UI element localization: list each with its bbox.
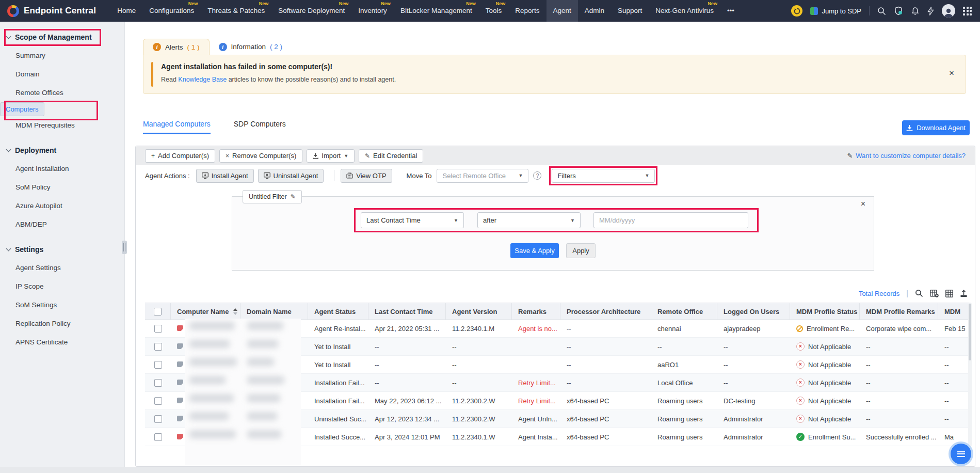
tab-managed-computers[interactable]: Managed Computers — [143, 120, 211, 134]
nav-item-[interactable]: ••• — [720, 0, 741, 22]
header-mdm-profile-remarks[interactable]: MDM Profile Remarks — [860, 303, 938, 320]
apply-button[interactable]: Apply — [566, 243, 596, 258]
flash-icon[interactable] — [927, 7, 934, 15]
sidebar-item-summary[interactable]: Summary — [0, 46, 124, 65]
filter-operator-select[interactable]: after ▼ — [477, 212, 581, 228]
nav-item-next-gen-antivirus[interactable]: Next-Gen AntivirusNew — [649, 0, 720, 22]
help-icon[interactable]: ? — [533, 171, 541, 180]
header-remarks[interactable]: Remarks — [512, 303, 560, 320]
sidebar-item-abm-dep[interactable]: ABM/DEP — [0, 215, 124, 234]
nav-item-tools[interactable]: ToolsNew — [479, 0, 509, 22]
header-remote-office[interactable]: Remote Office — [651, 303, 717, 320]
install-agent-button[interactable]: Install Agent — [196, 169, 254, 183]
refresh-icon[interactable] — [791, 5, 802, 17]
sidebar-item-computers[interactable]: Computers — [0, 102, 44, 116]
row-checkbox[interactable] — [154, 361, 162, 369]
sidebar-item-domain[interactable]: Domain — [0, 65, 124, 84]
redacted-names-region — [185, 319, 301, 465]
nav-item-agent[interactable]: Agent — [547, 0, 578, 22]
sidebar-item-mdm-prerequisites[interactable]: MDM Prerequisites — [0, 116, 124, 135]
add-column-icon[interactable] — [930, 290, 939, 297]
remove-computers-button[interactable]: ×Remove Computer(s) — [219, 149, 302, 163]
table-scrollbar[interactable] — [968, 303, 972, 447]
nav-item-home[interactable]: Home — [110, 0, 142, 22]
select-all-checkbox[interactable] — [154, 308, 162, 316]
header-last-contact-time[interactable]: Last Contact Time — [368, 303, 446, 320]
announcement-icon[interactable] — [911, 7, 920, 15]
section-gap — [0, 234, 124, 240]
tab-information[interactable]: i Information ( 2 ) — [210, 39, 292, 55]
chat-widget-button[interactable] — [949, 442, 973, 466]
header-agent-version[interactable]: Agent Version — [446, 303, 512, 320]
knowledge-base-link[interactable]: Knowledge Base — [178, 76, 227, 83]
sidebar-item-agent-installation[interactable]: Agent Installation — [0, 160, 124, 178]
row-checkbox[interactable] — [154, 415, 162, 423]
sidebar-item-som-settings[interactable]: SoM Settings — [0, 296, 124, 314]
nav-item-label: Threats & Patches — [207, 7, 265, 14]
horizontal-scrollbar-track[interactable] — [0, 467, 980, 473]
nav-item-configurations[interactable]: ConfigurationsNew — [142, 0, 201, 22]
sidebar-resize-handle[interactable] — [122, 241, 127, 254]
tab-alerts[interactable]: i Alerts ( 1 ) — [143, 39, 210, 55]
shield-icon[interactable] — [894, 6, 903, 15]
sidebar-section-settings[interactable]: Settings — [0, 240, 124, 259]
sidebar-item-replication-policy[interactable]: Replication Policy — [0, 314, 124, 333]
nav-item-software-deployment[interactable]: Software DeploymentNew — [271, 0, 351, 22]
uninstall-agent-button[interactable]: Uninstall Agent — [258, 169, 324, 183]
row-checkbox[interactable] — [154, 379, 162, 387]
save-and-apply-button[interactable]: Save & Apply — [510, 243, 559, 258]
edit-credential-button[interactable]: ✎Edit Credential — [359, 149, 423, 163]
alert-close-icon[interactable]: × — [949, 69, 954, 77]
cell-logged-on-users: Administrator — [717, 415, 790, 423]
filters-dropdown[interactable]: Filters ▼ — [552, 169, 655, 183]
header-logged-on-users[interactable]: Logged On Users — [717, 303, 790, 320]
row-checkbox[interactable] — [154, 343, 162, 351]
header-agent-status[interactable]: Agent Status — [308, 303, 368, 320]
filter-name-tab[interactable]: Untitled Filter ✎ — [243, 190, 302, 203]
nav-item-inventory[interactable]: InventoryNew — [351, 0, 394, 22]
filter-date-input[interactable] — [593, 212, 748, 228]
customize-computer-details-link[interactable]: ✎ Want to customize computer details? — [847, 152, 966, 160]
search-icon[interactable] — [877, 7, 886, 15]
brand[interactable]: Endpoint Central — [7, 5, 96, 17]
sidebar-section-scope-of-management[interactable]: Scope of Management — [0, 28, 124, 46]
nav-item-support[interactable]: Support — [611, 0, 649, 22]
sidebar-section-deployment[interactable]: Deployment — [0, 141, 124, 160]
user-avatar[interactable] — [942, 4, 955, 18]
total-records-link[interactable]: Total Records — [859, 290, 899, 297]
nav-item-threats-patches[interactable]: Threats & PatchesNew — [201, 0, 271, 22]
nav-item-bitlocker-management[interactable]: BitLocker ManagementNew — [394, 0, 479, 22]
sidebar-item-som-policy[interactable]: SoM Policy — [0, 178, 124, 197]
table-view-icon[interactable] — [945, 290, 953, 297]
nav-item-reports[interactable]: Reports — [508, 0, 546, 22]
sidebar-item-azure-autopilot[interactable]: Azure Autopilot — [0, 197, 124, 215]
jump-to-sdp-button[interactable]: Jump to SDP — [810, 7, 861, 15]
table-search-icon[interactable] — [915, 289, 923, 297]
import-button[interactable]: Import▼ — [307, 149, 355, 163]
navbar-right: Jump to SDP — [791, 4, 972, 18]
header-domain-name[interactable]: Domain Name — [240, 303, 308, 320]
filter-close-icon[interactable]: × — [861, 199, 865, 209]
sidebar-item-apns-certificate[interactable]: APNS Certificate — [0, 333, 124, 352]
header-mdm-profile-status[interactable]: MDM Profile Status — [790, 303, 860, 320]
sort-icon[interactable] — [233, 308, 237, 315]
add-computers-button[interactable]: +Add Computer(s) — [145, 149, 215, 163]
row-checkbox[interactable] — [154, 433, 162, 441]
download-agent-button[interactable]: Download Agent — [902, 120, 970, 135]
filter-field-select[interactable]: Last Contact Time ▼ — [361, 212, 464, 228]
export-icon[interactable] — [960, 290, 968, 297]
new-badge: New — [496, 2, 506, 6]
tab-sdp-computers[interactable]: SDP Computers — [234, 120, 286, 134]
pencil-icon[interactable]: ✎ — [291, 193, 296, 200]
header-processor-architecture[interactable]: Processor Architecture — [560, 303, 651, 320]
row-checkbox[interactable] — [154, 397, 162, 405]
row-checkbox[interactable] — [154, 325, 162, 333]
remote-office-select[interactable]: Select Remote Office ▼ — [437, 169, 528, 183]
view-otp-button[interactable]: View OTP — [341, 169, 392, 183]
sidebar-item-agent-settings[interactable]: Agent Settings — [0, 259, 124, 277]
header-computer-name[interactable]: Computer Name — [171, 303, 240, 320]
sidebar-item-ip-scope[interactable]: IP Scope — [0, 277, 124, 296]
header-mdm[interactable]: MDM — [938, 303, 971, 320]
nav-item-admin[interactable]: Admin — [578, 0, 611, 22]
apps-grid-icon[interactable] — [963, 7, 972, 15]
